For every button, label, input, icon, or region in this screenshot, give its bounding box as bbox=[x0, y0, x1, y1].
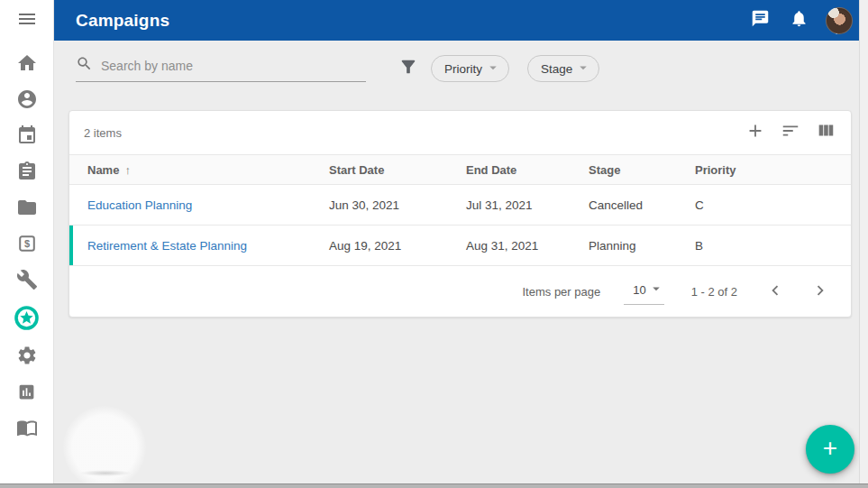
stage-filter-chip[interactable]: Stage bbox=[527, 55, 599, 82]
column-header-end-date[interactable]: End Date bbox=[466, 155, 589, 185]
page-title: Campaigns bbox=[76, 11, 169, 31]
cell-stage: Cancelled bbox=[589, 185, 695, 226]
search-field bbox=[76, 55, 366, 82]
sidebar-item-settings[interactable] bbox=[13, 345, 41, 366]
cell-end-date: Aug 31, 2021 bbox=[466, 226, 589, 266]
clipboard-icon bbox=[16, 161, 38, 182]
avatar[interactable] bbox=[826, 7, 853, 34]
items-per-page-label: Items per page bbox=[523, 285, 601, 299]
columns-button[interactable] bbox=[815, 122, 836, 143]
chevron-down-icon bbox=[485, 60, 501, 78]
sidebar-item-billing[interactable]: $ bbox=[13, 233, 41, 254]
sort-asc-icon: ↑ bbox=[124, 163, 131, 177]
cell-name: Education Planning bbox=[69, 185, 329, 226]
sidebar-item-reports[interactable] bbox=[13, 381, 41, 402]
bar-chart-icon bbox=[17, 382, 36, 401]
page-size-select[interactable]: 10 bbox=[624, 278, 663, 305]
item-count: 2 items bbox=[84, 126, 122, 140]
content-area: Priority Stage 2 items bbox=[54, 41, 859, 483]
add-item-button[interactable] bbox=[745, 122, 766, 143]
open-book-icon bbox=[16, 417, 38, 438]
chat-icon bbox=[751, 9, 770, 32]
chevron-right-icon bbox=[810, 281, 830, 303]
add-icon bbox=[745, 121, 765, 144]
priority-chip-label: Priority bbox=[444, 62, 482, 76]
pagination-range: 1 - 2 of 2 bbox=[691, 285, 737, 299]
window-bottom-edge bbox=[0, 483, 868, 488]
funnel-icon bbox=[398, 57, 418, 80]
chevron-down-icon bbox=[648, 281, 664, 299]
chevron-down-icon bbox=[575, 60, 591, 78]
header-actions bbox=[748, 7, 859, 34]
calendar-icon bbox=[16, 124, 38, 146]
settings-gear-icon bbox=[16, 345, 38, 366]
search-input[interactable] bbox=[101, 59, 366, 73]
notifications-button[interactable] bbox=[787, 9, 810, 32]
folder-icon bbox=[16, 197, 38, 218]
pagination: Items per page 10 1 - 2 of 2 bbox=[69, 266, 851, 317]
home-icon bbox=[16, 52, 38, 74]
card-toolbar: 2 items bbox=[69, 111, 851, 154]
scrollbar[interactable] bbox=[859, 0, 868, 488]
menu-icon bbox=[16, 8, 38, 33]
cell-end-date: Jul 31, 2021 bbox=[466, 185, 589, 226]
add-campaign-fab[interactable]: + bbox=[806, 425, 854, 474]
dollar-icon: $ bbox=[17, 234, 37, 253]
wrench-icon bbox=[16, 269, 38, 290]
chevron-left-icon bbox=[765, 281, 785, 303]
column-header-name[interactable]: Name↑ bbox=[69, 155, 329, 185]
sidebar-item-tasks[interactable] bbox=[13, 161, 41, 182]
sidebar-item-calendar[interactable] bbox=[13, 124, 41, 146]
column-header-stage[interactable]: Stage bbox=[589, 155, 695, 185]
filter-row: Priority Stage bbox=[54, 41, 859, 82]
previous-page-button[interactable] bbox=[764, 281, 786, 302]
cell-start-date: Jun 30, 2021 bbox=[329, 185, 466, 226]
cell-stage: Planning bbox=[589, 226, 695, 266]
campaigns-star-icon bbox=[14, 305, 40, 331]
table-row[interactable]: Retirement & Estate Planning Aug 19, 202… bbox=[69, 226, 851, 266]
sidebar-item-tools[interactable] bbox=[13, 269, 41, 290]
sort-icon bbox=[781, 121, 800, 144]
cell-name: Retirement & Estate Planning bbox=[69, 226, 329, 266]
table-row[interactable]: Education Planning Jun 30, 2021 Jul 31, … bbox=[69, 185, 851, 226]
columns-icon bbox=[816, 121, 836, 144]
sidebar-item-files[interactable] bbox=[13, 197, 41, 218]
next-page-button[interactable] bbox=[809, 281, 831, 302]
toolbar-icons bbox=[745, 122, 836, 143]
sidebar: $ bbox=[0, 0, 54, 488]
sidebar-item-contacts[interactable] bbox=[13, 88, 41, 110]
chat-button[interactable] bbox=[748, 9, 772, 32]
app-window: $ bbox=[0, 0, 868, 488]
menu-button[interactable] bbox=[0, 0, 53, 41]
sidebar-item-campaigns[interactable] bbox=[13, 305, 41, 330]
ghost-circle-shadow bbox=[79, 470, 132, 476]
app-header: Campaigns bbox=[54, 0, 859, 41]
column-header-priority[interactable]: Priority bbox=[695, 155, 851, 185]
cell-priority: C bbox=[695, 185, 851, 226]
cell-priority: B bbox=[695, 226, 851, 266]
bell-icon bbox=[790, 9, 809, 32]
svg-text:$: $ bbox=[23, 238, 29, 249]
sidebar-nav: $ bbox=[0, 41, 53, 438]
priority-filter-chip[interactable]: Priority bbox=[431, 55, 509, 82]
page-size-value: 10 bbox=[633, 283, 645, 297]
sidebar-item-home[interactable] bbox=[13, 52, 41, 74]
sort-button[interactable] bbox=[780, 122, 801, 143]
stage-chip-label: Stage bbox=[541, 62, 572, 76]
person-icon bbox=[16, 88, 38, 110]
sidebar-item-library[interactable] bbox=[13, 417, 41, 438]
campaigns-card: 2 items bbox=[69, 110, 852, 318]
cell-start-date: Aug 19, 2021 bbox=[329, 226, 466, 266]
campaign-link[interactable]: Education Planning bbox=[87, 198, 192, 212]
search-icon bbox=[76, 55, 93, 76]
campaigns-table: Name↑ Start Date End Date Stage Priority… bbox=[69, 154, 851, 266]
filter-button[interactable] bbox=[397, 58, 419, 79]
table-header-row: Name↑ Start Date End Date Stage Priority bbox=[69, 155, 851, 185]
campaign-link[interactable]: Retirement & Estate Planning bbox=[87, 239, 247, 253]
column-header-start-date[interactable]: Start Date bbox=[329, 155, 466, 185]
